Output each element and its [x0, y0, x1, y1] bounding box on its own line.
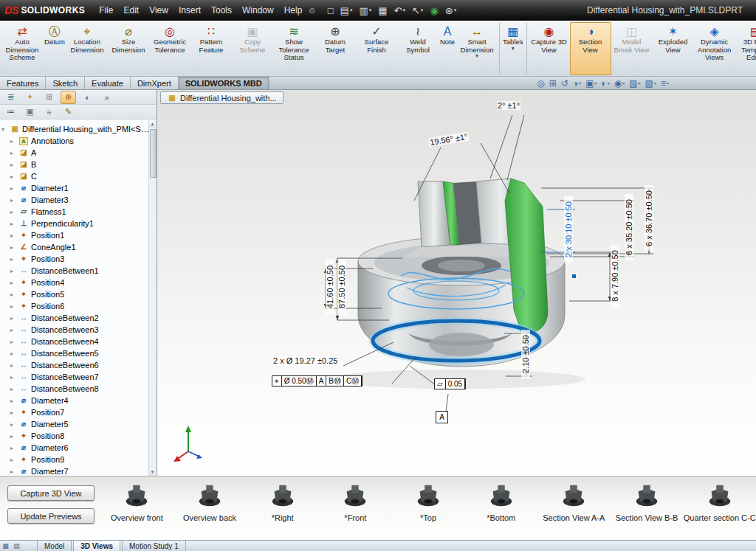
- ribbon-button[interactable]: ▦ Tables: [499, 22, 524, 75]
- view-thumbnail-item[interactable]: Quarter section C-C: [683, 479, 756, 540]
- 3d-model[interactable]: [157, 90, 756, 476]
- menu-item[interactable]: Help: [279, 4, 308, 17]
- expand-arrow-icon[interactable]: [10, 244, 16, 251]
- expand-arrow-icon[interactable]: [10, 374, 16, 381]
- expand-arrow-icon[interactable]: [10, 327, 16, 333]
- expand-arrow-icon[interactable]: [10, 221, 16, 227]
- view-thumbnail-item[interactable]: Overview back: [173, 479, 247, 540]
- dimension-30-10[interactable]: 2 x 30.10 ±0.50: [564, 196, 573, 263]
- previous-view-icon[interactable]: ↺: [561, 79, 568, 88]
- menu-item[interactable]: Tools: [206, 4, 237, 17]
- expand-arrow-icon[interactable]: [10, 162, 16, 168]
- show-hierarchy-icon[interactable]: ▣: [22, 105, 38, 119]
- expand-arrow-icon[interactable]: [10, 433, 16, 440]
- dimxpertmanager-tab-icon[interactable]: ⊕: [61, 91, 76, 104]
- expand-arrow-icon[interactable]: [1, 126, 7, 133]
- expand-arrow-icon[interactable]: [10, 457, 16, 463]
- expand-arrow-icon[interactable]: [10, 303, 16, 310]
- view-thumbnail-item[interactable]: Overview front: [100, 479, 173, 540]
- mode-tab[interactable]: Motion Study 1: [122, 541, 186, 551]
- view-thumbnail-item[interactable]: *Front: [319, 479, 392, 540]
- tree-item[interactable]: DistanceBetween6: [0, 359, 149, 371]
- dimension-41-60[interactable]: 41.60 ±0.50: [326, 259, 334, 315]
- expand-arrow-icon[interactable]: [10, 398, 16, 404]
- ribbon-button[interactable]: Ⓐ Datum: [43, 22, 66, 75]
- options-icon[interactable]: ⊛: [443, 5, 458, 16]
- tree-item[interactable]: Diameter4: [0, 395, 149, 406]
- expand-arrow-icon[interactable]: [10, 173, 16, 180]
- display-style-icon[interactable]: ◐: [601, 79, 609, 88]
- dimension-35-20[interactable]: 6 x 35.20 ±0.50: [625, 194, 633, 260]
- view-settings-icon[interactable]: ≡: [661, 79, 669, 88]
- ribbon-button[interactable]: ◉ Capture 3D View: [526, 22, 570, 75]
- view-thumbnail-item[interactable]: Section View B-B: [611, 479, 684, 540]
- apply-scene-icon[interactable]: ▧: [645, 79, 656, 88]
- expand-arrow-icon[interactable]: [10, 197, 16, 204]
- tree-item[interactable]: Diameter1: [0, 182, 149, 194]
- expand-arrow-icon[interactable]: [10, 256, 16, 263]
- expand-arrow-icon[interactable]: [10, 350, 16, 357]
- mode-tab[interactable]: 3D Views: [73, 541, 120, 551]
- tree-item[interactable]: ConeAngle1: [0, 241, 149, 253]
- tree-scrollbar[interactable]: [148, 120, 157, 476]
- new-document-icon[interactable]: □: [326, 5, 336, 16]
- tree-root-item[interactable]: Differential Housing_with_PMI<Scheme5>: [0, 123, 149, 135]
- ribbon-button[interactable]: ⊕ Datum Target: [315, 22, 356, 75]
- ribbon-button[interactable]: ◑ Section View: [570, 22, 611, 75]
- tree-item[interactable]: Flatness1: [0, 206, 149, 218]
- displaymanager-tab-icon[interactable]: ◐: [80, 91, 95, 104]
- expand-arrow-icon[interactable]: [10, 138, 16, 145]
- graphics-area[interactable]: Differential Housing_with... 2° ±1° 19.5…: [157, 90, 756, 476]
- configurationmanager-tab-icon[interactable]: ⊞: [41, 91, 57, 104]
- tree-item[interactable]: DistanceBetween5: [0, 347, 149, 359]
- command-tab[interactable]: DimXpert: [131, 77, 179, 89]
- window-layout-icon[interactable]: [0, 541, 11, 551]
- tree-item[interactable]: Position5: [0, 288, 149, 300]
- datum-feature-label[interactable]: A: [436, 411, 448, 423]
- tree-item[interactable]: Position9: [0, 454, 149, 465]
- expand-arrow-icon[interactable]: [10, 468, 16, 475]
- zoom-area-icon[interactable]: ⊞: [549, 79, 557, 88]
- tree-item[interactable]: Position7: [0, 406, 149, 418]
- mode-tab[interactable]: Model: [37, 541, 72, 551]
- tree-item[interactable]: Position6: [0, 300, 149, 312]
- ribbon-button[interactable]: ⌀ Size Dimension: [108, 22, 149, 75]
- command-tab[interactable]: Features: [0, 77, 46, 89]
- scroll-up-icon[interactable]: [149, 120, 156, 128]
- expand-arrow-icon[interactable]: [10, 421, 16, 428]
- menu-item[interactable]: View: [144, 4, 173, 17]
- expand-arrow-icon[interactable]: [10, 268, 16, 274]
- dimension-hole-callout[interactable]: 2 x Ø 19.27 ±0.25: [272, 356, 338, 365]
- tree-item[interactable]: B: [0, 159, 149, 170]
- view-orientation-icon[interactable]: ▣: [585, 79, 597, 88]
- menu-item[interactable]: Edit: [118, 4, 144, 17]
- expand-arrow-icon[interactable]: [10, 315, 16, 322]
- expand-arrow-icon[interactable]: [10, 232, 16, 239]
- view-thumbnail-item[interactable]: *Bottom: [464, 479, 537, 540]
- view-thumbnail-item[interactable]: Section View A-A: [537, 479, 611, 540]
- feature-control-frame[interactable]: ⌖Ø 0.50ⓂABⓂCⓂ: [272, 375, 362, 387]
- ribbon-button[interactable]: ◈ Dynamic Annotation Views: [694, 22, 735, 75]
- scroll-down-icon[interactable]: [149, 468, 156, 476]
- tree-item[interactable]: DistanceBetween8: [0, 383, 149, 395]
- pin-icon[interactable]: [307, 7, 320, 15]
- propertymanager-tab-icon[interactable]: ✦: [22, 91, 38, 104]
- open-icon[interactable]: ▤: [338, 5, 355, 16]
- ribbon-button[interactable]: ✶ Exploded View: [653, 22, 694, 75]
- section-view-icon[interactable]: ◑: [573, 79, 581, 88]
- tree-item[interactable]: Position8: [0, 430, 149, 442]
- tree-display-icon[interactable]: ≔: [3, 105, 18, 119]
- expand-arrow-icon[interactable]: [10, 339, 16, 345]
- expand-arrow-icon[interactable]: [10, 150, 16, 156]
- print-icon[interactable]: ▦: [376, 5, 389, 16]
- edit-appearance-icon[interactable]: ▨: [629, 79, 640, 88]
- ribbon-button[interactable]: ≀ Weld Symbol: [397, 22, 439, 75]
- menu-item[interactable]: Insert: [173, 4, 206, 17]
- ribbon-button[interactable]: ◫ Model Break View: [611, 22, 653, 75]
- update-previews-button[interactable]: Update Previews: [7, 508, 94, 524]
- expand-arrow-icon[interactable]: [10, 291, 16, 298]
- tree-item[interactable]: Diameter5: [0, 418, 149, 430]
- zoom-fit-icon[interactable]: ◎: [537, 79, 544, 88]
- tree-item[interactable]: C: [0, 170, 149, 182]
- tree-item[interactable]: DistanceBetween2: [0, 312, 149, 324]
